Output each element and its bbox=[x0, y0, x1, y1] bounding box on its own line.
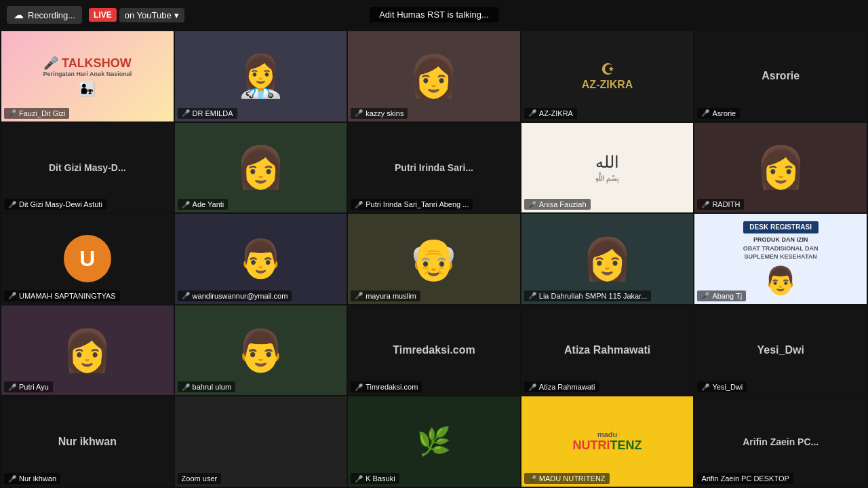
participant-mayura: 👴 🎤 mayura muslim bbox=[348, 214, 520, 304]
participant-name-lia: 🎤 Lia Dahruliah SMPN 115 Jakar... bbox=[524, 290, 652, 301]
plant-image: 🌿 bbox=[417, 426, 451, 457]
mic-icon: 🎤 bbox=[182, 201, 190, 208]
asrorie-center-text: Asrorie bbox=[756, 64, 805, 88]
mic-icon: 🎤 bbox=[8, 383, 16, 391]
mic-icon: 🎤 bbox=[182, 292, 190, 299]
participant-zoom-user: Zoom user bbox=[175, 396, 347, 487]
mic-icon: 🎤 bbox=[355, 109, 363, 117]
participant-putri-ayu: 👩 🎤 Putri Ayu bbox=[1, 305, 174, 396]
nur-ikhwan-center-text: Nur ikhwan bbox=[53, 430, 122, 453]
participant-name-wandirus: 🎤 wandiruswannur@ymail.com bbox=[178, 290, 292, 301]
deskreg-image: DESK REGISTRASI PRODUK DAN IZIN OBAT TRA… bbox=[740, 218, 822, 300]
participant-wandirus: 👨 🎤 wandiruswannur@ymail.com bbox=[175, 214, 347, 304]
mic-icon: 🎤 bbox=[528, 292, 536, 299]
mic-icon: 🎤 bbox=[528, 383, 536, 391]
participant-kazzy: 👩 🎤 kazzy skins bbox=[348, 31, 520, 121]
participant-putri-irinda: Putri Irinda Sari... 🎤 Putri Irinda Sari… bbox=[348, 123, 520, 213]
participant-az-zikra: ☪ AZ-ZIKRA 🎤 AZ-ZIKRA bbox=[521, 31, 694, 121]
participant-dit-gizi: Dit Gizi Masy-D... 🎤 Dit Gizi Masy-Dewi … bbox=[1, 123, 174, 213]
mic-icon: 🎤 bbox=[355, 383, 363, 391]
participant-abang-tj: DESK REGISTRASI PRODUK DAN IZIN OBAT TRA… bbox=[694, 214, 867, 304]
participant-name-ade-yanti: 🎤 Ade Yanti bbox=[178, 199, 229, 210]
putri-irinda-center-text: Putri Irinda Sari... bbox=[389, 157, 479, 179]
participant-name-az-zikra: 🎤 AZ-ZIKRA bbox=[524, 108, 577, 119]
recording-label: Recording... bbox=[28, 10, 75, 20]
mic-icon: 🎤 bbox=[701, 109, 709, 117]
live-badge: LIVE bbox=[89, 8, 117, 22]
participant-k-basuki: 🌿 🎤 K Basuki bbox=[348, 396, 520, 487]
mic-icon: 🎤 bbox=[701, 292, 709, 299]
nutritenz-brand: madu NUTRITENZ bbox=[573, 430, 642, 453]
participant-nutritenz: madu NUTRITENZ 🎤 MADU NUTRITENZ bbox=[521, 396, 694, 487]
participant-name-anisa: 🎤 Anisa Fauziah bbox=[524, 199, 591, 210]
participant-name-arifin: Arifin Zaein PC DESKTOP bbox=[697, 473, 793, 484]
chevron-down-icon: ▾ bbox=[174, 10, 179, 20]
participant-name-abang-tj: 🎤 Abang Tj bbox=[697, 290, 746, 301]
mic-icon: 🎤 bbox=[701, 383, 709, 391]
participant-name-atiza: 🎤 Atiza Rahmawati bbox=[524, 381, 599, 392]
timredaksi-center-text: Timredaksi.com bbox=[387, 339, 481, 362]
mic-icon: 🎤 bbox=[528, 475, 536, 483]
mic-icon: 🎤 bbox=[8, 475, 16, 483]
mic-icon: 🎤 bbox=[182, 383, 190, 391]
participant-name-putri-ayu: 🎤 Putri Ayu bbox=[4, 381, 53, 392]
mic-icon: 🎤 bbox=[8, 109, 16, 117]
mic-icon: 🎤 bbox=[8, 201, 16, 208]
top-bar: ☁ Recording... LIVE on YouTube ▾ Adit Hu… bbox=[0, 0, 868, 30]
mic-icon: 🎤 bbox=[355, 475, 363, 483]
arifin-center-text: Arifin Zaein PC... bbox=[737, 431, 824, 453]
participant-atiza: Atiza Rahmawati 🎤 Atiza Rahmawati bbox=[521, 305, 694, 396]
talkshow-image: 🎤 TALKSHOW Peringatan Hari Anak Nasional… bbox=[39, 52, 135, 100]
participant-ade-yanti: 👩 🎤 Ade Yanti bbox=[175, 123, 347, 213]
participant-name-yesi-dwi: 🎤 Yesi_Dwi bbox=[697, 381, 747, 392]
mic-icon: 🎤 bbox=[528, 201, 536, 208]
participant-name-radith: 🎤 RADITH bbox=[697, 199, 744, 210]
mic-icon: 🎤 bbox=[182, 109, 190, 117]
participant-name-k-basuki: 🎤 K Basuki bbox=[351, 473, 399, 484]
participant-umamah: U 🎤 UMAMAH SAPTANINGTYAS bbox=[1, 214, 174, 304]
participant-bahrul: 👨 🎤 bahrul ulum bbox=[175, 305, 347, 396]
dit-gizi-center-text: Dit Gizi Masy-D... bbox=[43, 157, 132, 179]
participant-name-bahrul: 🎤 bahrul ulum bbox=[178, 381, 235, 392]
cloud-icon: ☁ bbox=[14, 9, 24, 21]
participant-asrorie: Asrorie 🎤 Asrorie bbox=[694, 31, 867, 121]
umamah-avatar: U bbox=[64, 235, 111, 282]
youtube-label: on YouTube bbox=[125, 10, 172, 20]
anisa-arabic-content: الله بِسْمِ اللَّهِ bbox=[595, 153, 620, 182]
participant-name-timredaksi: 🎤 Timredaksi.com bbox=[351, 381, 422, 392]
mic-icon: 🎤 bbox=[355, 201, 363, 208]
participant-fauzi: 🎤 TALKSHOW Peringatan Hari Anak Nasional… bbox=[1, 31, 174, 121]
participant-lia: 👩 🎤 Lia Dahruliah SMPN 115 Jakar... bbox=[521, 214, 694, 304]
participant-yesi-dwi: Yesi_Dwi 🎤 Yesi_Dwi bbox=[694, 305, 867, 396]
mic-icon: 🎤 bbox=[528, 109, 536, 117]
participant-arifin: Arifin Zaein PC... Arifin Zaein PC DESKT… bbox=[694, 396, 867, 487]
participant-radith: 👩 🎤 RADITH bbox=[694, 123, 867, 213]
participant-name-asrorie: 🎤 Asrorie bbox=[697, 108, 740, 119]
recording-badge: ☁ Recording... bbox=[7, 6, 82, 24]
atiza-center-text: Atiza Rahmawati bbox=[559, 339, 656, 362]
participant-name-fauzi: 🎤 Fauzi_Dit Gizi bbox=[4, 108, 69, 119]
participants-grid: 🎤 TALKSHOW Peringatan Hari Anak Nasional… bbox=[0, 30, 868, 488]
participant-name-umamah: 🎤 UMAMAH SAPTANINGTYAS bbox=[4, 290, 120, 301]
youtube-button[interactable]: on YouTube ▾ bbox=[119, 8, 184, 22]
mic-icon: 🎤 bbox=[701, 201, 709, 208]
participant-name-mayura: 🎤 mayura muslim bbox=[351, 290, 420, 301]
participant-name-dr-emilda: 🎤 DR EMILDA bbox=[178, 108, 237, 119]
mic-icon: 🎤 bbox=[8, 292, 16, 299]
participant-dr-emilda: 👩‍⚕️ 🎤 DR EMILDA bbox=[175, 31, 347, 121]
participant-name-putri-irinda: 🎤 Putri Irinda Sari_Tanri Abeng ... bbox=[351, 199, 473, 210]
participant-name-zoom-user: Zoom user bbox=[178, 473, 222, 484]
participant-name-dit-gizi: 🎤 Dit Gizi Masy-Dewi Astuti bbox=[4, 199, 106, 210]
participant-timredaksi: Timredaksi.com 🎤 Timredaksi.com bbox=[348, 305, 520, 396]
yesi-center-text: Yesi_Dwi bbox=[752, 339, 810, 362]
participant-name-nutritenz: 🎤 MADU NUTRITENZ bbox=[524, 473, 610, 484]
mic-icon: 🎤 bbox=[355, 292, 363, 299]
participant-nur-ikhwan: Nur ikhwan 🎤 Nur ikhwan bbox=[1, 396, 174, 487]
participant-name-kazzy: 🎤 kazzy skins bbox=[351, 108, 408, 119]
az-zikra-content: ☪ AZ-ZIKRA bbox=[582, 61, 633, 91]
participant-name-nur-ikhwan: 🎤 Nur ikhwan bbox=[4, 473, 60, 484]
participant-anisa: الله بِسْمِ اللَّهِ 🎤 Anisa Fauziah bbox=[521, 123, 694, 213]
talking-indicator: Adit Humas RST is talking... bbox=[370, 7, 498, 22]
